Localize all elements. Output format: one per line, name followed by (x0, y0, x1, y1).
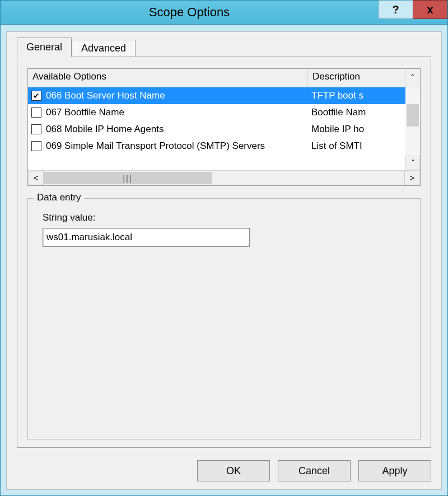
ok-button[interactable]: OK (197, 460, 270, 481)
tab-strip: General Advanced (7, 32, 441, 57)
list-header: Available Options Description ˄ (28, 69, 420, 87)
data-entry-group-label: Data entry (34, 192, 84, 203)
string-value-label: String value: (43, 212, 411, 223)
vertical-scrollbar[interactable]: ˅ (405, 87, 420, 170)
option-checkbox[interactable] (31, 91, 41, 101)
option-row[interactable]: 069 Simple Mail Transport Protocol (SMTP… (28, 138, 405, 155)
apply-button[interactable]: Apply (358, 460, 431, 481)
close-button[interactable]: x (413, 0, 447, 19)
tab-panel-general: Available Options Description ˄ 066 Boot… (17, 57, 431, 448)
option-cell: 068 Mobile IP Home Agents (28, 124, 308, 135)
horizontal-scroll-right-icon[interactable]: > (404, 171, 420, 185)
dialog-body: General Advanced Available Options Descr… (6, 31, 442, 490)
dialog-button-row: OK Cancel Apply (7, 455, 441, 489)
data-entry-groupbox: Data entry String value: (27, 198, 421, 439)
window-title: Scope Options (1, 5, 378, 20)
list-body-wrap: 066 Boot Server Host NameTFTP boot s067 … (28, 87, 420, 170)
horizontal-scrollbar-thumb[interactable]: ||| (44, 172, 212, 184)
horizontal-scrollbar[interactable]: < ||| > (28, 170, 420, 185)
option-description: TFTP boot s (308, 90, 405, 101)
tab-general[interactable]: General (17, 38, 72, 57)
list-body: 066 Boot Server Host NameTFTP boot s067 … (28, 87, 405, 170)
column-header-available-options[interactable]: Available Options (28, 69, 308, 87)
option-label: 067 Bootfile Name (46, 107, 124, 118)
window-control-buttons: ? x (378, 1, 447, 24)
help-button[interactable]: ? (378, 0, 413, 19)
cancel-button[interactable]: Cancel (278, 460, 351, 481)
option-checkbox[interactable] (31, 107, 41, 118)
option-cell: 066 Boot Server Host Name (28, 90, 308, 101)
option-cell: 067 Bootfile Name (28, 107, 308, 118)
option-label: 069 Simple Mail Transport Protocol (SMTP… (46, 141, 265, 152)
option-row[interactable]: 066 Boot Server Host NameTFTP boot s (28, 87, 405, 104)
vertical-scroll-down-icon[interactable]: ˅ (405, 156, 420, 170)
option-label: 068 Mobile IP Home Agents (46, 124, 164, 135)
window-client-area: General Advanced Available Options Descr… (1, 25, 447, 495)
titlebar: Scope Options ? x (1, 1, 447, 25)
option-row[interactable]: 067 Bootfile NameBootfile Nam (28, 104, 405, 121)
option-description: List of SMTI (308, 141, 405, 152)
vertical-scrollbar-thumb[interactable] (407, 104, 419, 127)
horizontal-scroll-left-icon[interactable]: < (28, 171, 44, 185)
option-checkbox[interactable] (31, 124, 41, 134)
horizontal-scrollbar-track[interactable]: ||| (44, 171, 404, 185)
string-value-input[interactable] (43, 228, 250, 247)
tab-advanced[interactable]: Advanced (72, 40, 136, 57)
column-header-description[interactable]: Description (308, 69, 405, 87)
option-label: 066 Boot Server Host Name (46, 90, 165, 101)
vertical-scrollbar-track[interactable] (405, 87, 420, 156)
option-description: Mobile IP ho (308, 124, 405, 135)
available-options-list: Available Options Description ˄ 066 Boot… (27, 68, 421, 186)
scope-options-window: Scope Options ? x General Advanced Avail… (0, 0, 448, 496)
option-checkbox[interactable] (31, 141, 41, 151)
option-cell: 069 Simple Mail Transport Protocol (SMTP… (28, 141, 308, 152)
option-row[interactable]: 068 Mobile IP Home AgentsMobile IP ho (28, 121, 405, 138)
option-description: Bootfile Nam (308, 107, 405, 118)
vertical-scroll-up-icon[interactable]: ˄ (405, 69, 420, 87)
